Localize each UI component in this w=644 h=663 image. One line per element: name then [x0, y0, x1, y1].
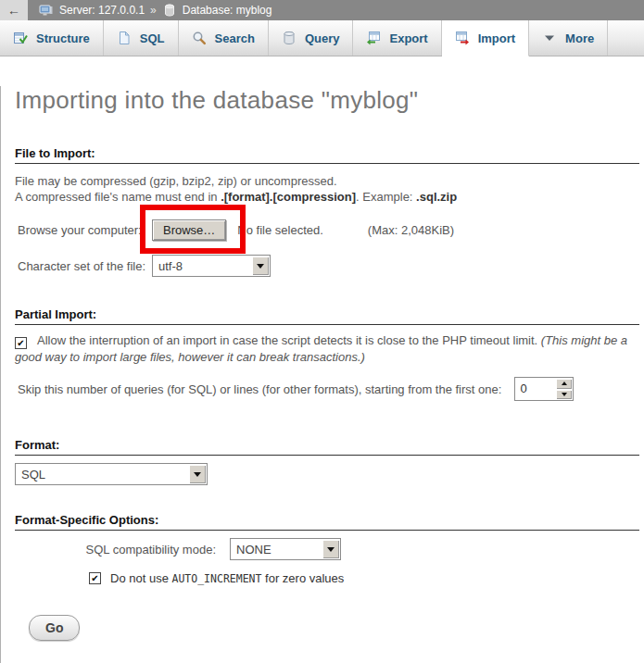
export-icon — [366, 31, 381, 45]
note-line1: File may be compressed (gzip, bzip2, zip… — [15, 174, 337, 188]
stepper-up-button[interactable] — [556, 379, 572, 389]
section-heading-file-to-import: File to Import: — [15, 146, 639, 164]
format-row: SQL — [1, 463, 644, 485]
sql-compatibility-row: SQL compatibility mode: NONE — [1, 538, 644, 560]
chevron-up-icon — [562, 382, 567, 385]
skip-queries-value: 0 — [515, 378, 555, 400]
charset-select-value: utf-8 — [153, 259, 251, 273]
browse-button[interactable]: Browse… — [152, 219, 226, 241]
chevron-down-icon — [542, 31, 557, 45]
search-icon — [192, 31, 207, 45]
section-label: Partial Import: — [15, 307, 96, 321]
stepper-down-button[interactable] — [556, 390, 572, 400]
breadcrumb-database[interactable]: Database: myblog — [183, 4, 272, 17]
browse-label: Browse your computer: — [18, 223, 152, 237]
note-line2-prefix: A compressed file's name must end in — [15, 190, 221, 204]
tab-label: Search — [215, 31, 255, 45]
skip-queries-label: Skip this number of queries (for SQL) or… — [18, 382, 501, 396]
browse-row: Browse your computer: Browse… No file se… — [1, 218, 644, 242]
max-size-text: (Max: 2,048KiB) — [368, 223, 454, 237]
charset-label: Character set of the file: — [18, 259, 152, 273]
breadcrumb-separator: » — [150, 4, 157, 17]
section-heading-format-specific-options: Format-Specific Options: — [15, 513, 639, 531]
tab-sql[interactable]: SQL — [104, 20, 179, 56]
compression-note: File may be compressed (gzip, bzip2, zip… — [15, 173, 630, 205]
skip-queries-row: Skip this number of queries (for SQL) or… — [1, 377, 644, 401]
auto-increment-label: Do not use AUTO_INCREMENT for zero value… — [110, 571, 344, 585]
tab-more[interactable]: More — [529, 20, 608, 56]
section-label: Format: — [15, 438, 59, 452]
note-line2-mid: . Example: — [356, 190, 416, 204]
tab-bar: Structure SQL Search Query Export Import — [0, 20, 644, 56]
sql-icon — [117, 31, 132, 45]
query-icon — [282, 31, 297, 45]
left-arrow-icon: ← — [7, 3, 20, 18]
allow-interruption-label: Allow the interruption of an import in c… — [37, 333, 541, 347]
sql-compatibility-select[interactable]: NONE — [230, 538, 341, 560]
auto-increment-checkbox[interactable]: ✔ — [89, 572, 101, 584]
tab-search[interactable]: Search — [179, 20, 269, 56]
auto-increment-code: AUTO_INCREMENT — [172, 572, 262, 585]
dropdown-arrow-icon[interactable] — [322, 540, 339, 558]
tab-label: Structure — [36, 31, 90, 45]
page-title: Importing into the database "myblog" — [15, 86, 630, 115]
sql-compatibility-label: SQL compatibility mode: — [1, 543, 216, 557]
tab-import[interactable]: Import — [442, 20, 529, 56]
auto-increment-row: ✔ Do not use AUTO_INCREMENT for zero val… — [1, 571, 644, 585]
sql-compatibility-value: NONE — [231, 543, 322, 557]
tab-label: Import — [478, 31, 515, 45]
tab-label: Query — [305, 31, 340, 45]
chevron-down-icon — [562, 393, 567, 396]
allow-interruption-row: ✔Allow the interruption of an import in … — [15, 332, 634, 366]
section-label: Format-Specific Options: — [15, 513, 158, 527]
dropdown-arrow-icon[interactable] — [189, 465, 206, 483]
server-icon — [39, 3, 54, 18]
charset-row: Character set of the file: utf-8 — [1, 255, 644, 277]
note-format-pattern: .[format].[compression] — [221, 190, 356, 204]
format-select[interactable]: SQL — [15, 463, 208, 485]
dropdown-arrow-icon[interactable] — [252, 256, 269, 275]
tab-label: More — [565, 31, 594, 45]
tab-export[interactable]: Export — [353, 20, 441, 56]
import-icon — [455, 31, 470, 45]
format-select-value: SQL — [16, 468, 188, 482]
skip-queries-stepper[interactable]: 0 — [514, 377, 574, 401]
section-label: File to Import: — [15, 146, 95, 160]
tab-label: Export — [389, 31, 427, 45]
breadcrumb-server[interactable]: Server: 127.0.0.1 — [59, 4, 145, 17]
tab-structure[interactable]: Structure — [0, 20, 104, 56]
breadcrumb-bar: ← Server: 127.0.0.1 » Database: myblog — [0, 0, 644, 20]
charset-select[interactable]: utf-8 — [152, 255, 271, 277]
tab-label: SQL — [140, 31, 165, 45]
main-content: Importing into the database "myblog" Fil… — [0, 86, 644, 663]
back-button[interactable]: ← — [0, 0, 28, 20]
structure-icon — [13, 31, 28, 45]
database-icon — [162, 3, 177, 18]
allow-interruption-checkbox[interactable]: ✔ — [15, 337, 27, 349]
section-heading-format: Format: — [15, 438, 639, 456]
no-file-selected-text: No file selected. — [237, 223, 323, 237]
tab-query[interactable]: Query — [269, 20, 354, 56]
go-button[interactable]: Go — [29, 615, 80, 641]
note-example: .sql.zip — [416, 190, 457, 204]
stepper-buttons — [556, 379, 572, 399]
section-heading-partial-import: Partial Import: — [15, 307, 639, 325]
